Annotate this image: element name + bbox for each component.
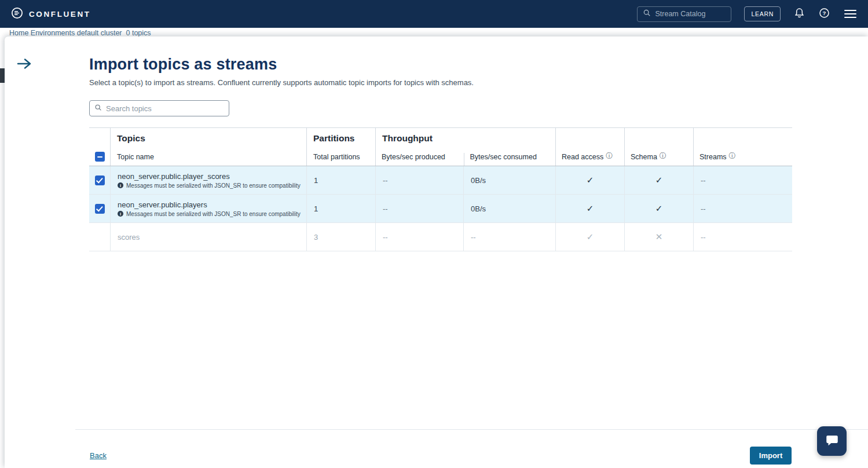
stream-catalog-input[interactable] <box>655 10 723 18</box>
bytes-produced-value: -- <box>375 223 463 251</box>
partitions-value: 1 <box>306 195 375 222</box>
bytes-produced-value: -- <box>375 166 463 194</box>
page-title: Import topics as streams <box>89 56 277 74</box>
confluent-mark-icon <box>10 6 24 22</box>
top-navbar: CONFLUENT LEARN ? <box>0 0 868 28</box>
col-total-partitions: Total partitions <box>307 153 375 166</box>
table-header: Topics Topic name Partitions Total parti… <box>89 127 792 166</box>
col-bytes-produced: Bytes/sec produced <box>376 153 464 166</box>
learn-button[interactable]: LEARN <box>744 6 781 21</box>
read-access-check: ✓ <box>555 166 624 194</box>
schema-check: ✓ <box>624 166 693 194</box>
info-icon[interactable] <box>660 151 666 161</box>
table-row: scores 3 -- -- ✓ ✕ -- <box>89 223 792 251</box>
import-button[interactable]: Import <box>750 447 792 465</box>
brand-name: CONFLUENT <box>29 10 91 19</box>
chat-widget-button[interactable] <box>817 426 847 456</box>
streams-value: -- <box>693 223 792 251</box>
bytes-produced-value: -- <box>375 195 463 222</box>
info-icon <box>118 182 123 188</box>
col-bytes-consumed: Bytes/sec consumed <box>464 153 555 166</box>
streams-value: -- <box>693 166 792 194</box>
page-subtitle: Select a topic(s) to import as streams. … <box>89 78 474 87</box>
topic-name: neon_server.public.player_scores <box>118 172 230 181</box>
back-link[interactable]: Back <box>90 451 107 460</box>
help-button[interactable]: ? <box>818 7 830 21</box>
arrow-right-icon <box>16 63 32 71</box>
partitions-value: 1 <box>306 166 375 194</box>
topic-name: scores <box>118 233 140 242</box>
bytes-consumed-value: 0B/s <box>463 166 555 194</box>
notifications-button[interactable] <box>793 7 805 21</box>
chat-bubble-icon <box>825 433 840 449</box>
info-icon <box>118 211 123 217</box>
hamburger-menu-icon[interactable] <box>843 8 858 20</box>
search-topics-input[interactable] <box>106 104 216 113</box>
table-row: neon_server.public.players Messages must… <box>89 195 792 223</box>
search-icon <box>643 9 651 19</box>
svg-text:?: ? <box>823 10 826 16</box>
footer-divider <box>75 429 868 430</box>
streams-value: -- <box>693 195 792 222</box>
col-throughput: Throughput <box>376 128 555 144</box>
col-read-access: Read access <box>562 153 603 161</box>
confluent-logo[interactable]: CONFLUENT <box>10 6 91 22</box>
search-icon <box>94 103 102 114</box>
col-streams: Streams <box>699 153 727 161</box>
col-topics: Topics <box>111 128 306 144</box>
row-checkbox[interactable] <box>95 176 105 185</box>
topics-table: Topics Topic name Partitions Total parti… <box>89 127 792 251</box>
partitions-value: 3 <box>306 223 375 251</box>
import-topics-panel: Import topics as streams Select a topic(… <box>5 36 868 468</box>
breadcrumb[interactable]: Home Environments default cluster_0 topi… <box>9 29 868 37</box>
row-checkbox[interactable] <box>95 204 105 214</box>
col-schema: Schema <box>631 153 657 161</box>
select-all-checkbox[interactable] <box>95 152 105 162</box>
info-icon[interactable] <box>606 151 613 161</box>
collapse-panel-button[interactable] <box>16 58 32 71</box>
bell-icon <box>793 7 805 21</box>
read-access-check: ✓ <box>555 223 624 251</box>
table-row: neon_server.public.player_scores Message… <box>89 166 792 195</box>
topic-name: neon_server.public.players <box>118 200 207 209</box>
topic-note: Messages must be serialized with JSON_SR… <box>118 211 301 217</box>
schema-cross: ✕ <box>624 223 693 251</box>
question-circle-icon: ? <box>818 7 830 21</box>
read-access-check: ✓ <box>555 195 624 222</box>
schema-check: ✓ <box>624 195 693 222</box>
bytes-consumed-value: 0B/s <box>463 195 555 222</box>
search-topics-field[interactable] <box>89 100 229 116</box>
topic-note: Messages must be serialized with JSON_SR… <box>118 182 301 189</box>
col-topic-name: Topic name <box>111 153 306 166</box>
col-partitions: Partitions <box>307 128 375 144</box>
bytes-consumed-value: -- <box>463 223 555 251</box>
stream-catalog-search[interactable] <box>637 6 731 22</box>
info-icon[interactable] <box>729 151 736 161</box>
